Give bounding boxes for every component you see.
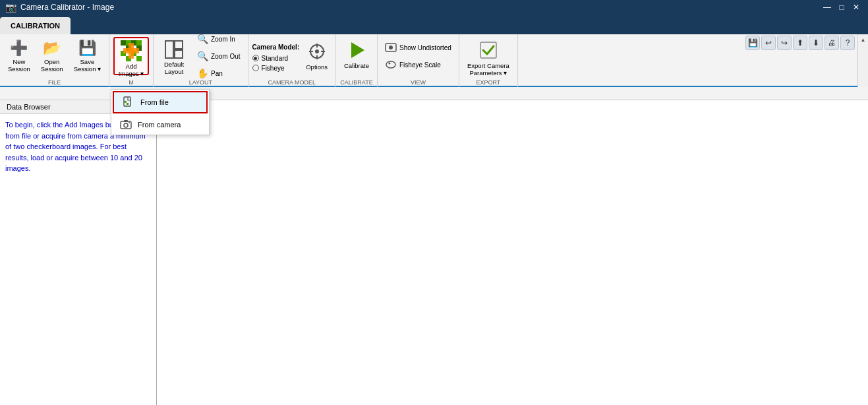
ribbon: 💾 ↩ ↪ ⬆ ⬇ 🖨 ? ➕ NewSession 📂 OpenSession… xyxy=(0,34,868,87)
calibrate-group-label: CALIBRATE xyxy=(340,79,372,86)
standard-label: Standard xyxy=(262,55,289,62)
save-session-icon: 💾 xyxy=(76,40,98,57)
svg-point-38 xyxy=(124,123,128,127)
standard-option[interactable]: Standard xyxy=(252,55,300,62)
app-icon: 📷 xyxy=(5,2,16,13)
export-group-label: EXPORT xyxy=(476,79,500,86)
svg-point-22 xyxy=(315,49,319,53)
svg-point-40 xyxy=(129,122,130,123)
add-images-button[interactable]: AddImages ▾ xyxy=(113,37,149,75)
fisheye-radio[interactable] xyxy=(252,65,259,71)
zoom-out-button[interactable]: 🔍 Zoom Out xyxy=(193,48,243,64)
qa-help[interactable]: ? xyxy=(840,36,855,50)
new-session-icon: ➕ xyxy=(9,40,30,57)
svg-point-30 xyxy=(389,63,391,65)
export-camera-params-icon xyxy=(478,40,499,61)
fisheye-option[interactable]: Fisheye xyxy=(252,65,300,72)
maximize-button[interactable]: □ xyxy=(835,1,848,14)
default-layout-button[interactable]: DefaultLayout xyxy=(158,37,190,75)
options-button[interactable]: Options xyxy=(302,38,332,77)
svg-rect-36 xyxy=(127,103,129,105)
pan-icon: ✋ xyxy=(196,67,208,79)
export-camera-params-button[interactable]: Export CameraParameters ▾ xyxy=(463,37,513,75)
camera-model-options: Camera Model: Standard Fisheye xyxy=(252,38,300,77)
main-area: Data Browser To begin, click the Add Ima… xyxy=(0,100,868,405)
dropdown-menu: From file From camera xyxy=(111,89,210,135)
fisheye-scale-button[interactable]: Fisheye Scale xyxy=(382,57,455,73)
fisheye-scale-icon xyxy=(385,59,397,71)
zoom-in-button[interactable]: 🔍 Zoom In xyxy=(193,31,243,47)
minimize-button[interactable]: — xyxy=(821,1,834,14)
image-group-label: M xyxy=(129,79,134,86)
tabbar: CALIBRATION xyxy=(0,15,868,34)
fisheye-scale-label: Fisheye Scale xyxy=(399,61,441,69)
left-panel: Data Browser To begin, click the Add Ima… xyxy=(0,100,157,405)
calibration-tab[interactable]: CALIBRATION xyxy=(0,17,71,34)
qa-undo[interactable]: ↩ xyxy=(761,36,776,50)
app-title: Camera Calibrator - Image xyxy=(20,3,114,12)
svg-rect-34 xyxy=(127,101,129,103)
qa-print[interactable]: 🖨 xyxy=(825,36,839,50)
add-images-icon xyxy=(121,40,142,61)
qa-save[interactable]: 💾 xyxy=(745,36,760,50)
titlebar-left: 📷 Camera Calibrator - Image xyxy=(5,2,114,13)
new-session-button[interactable]: ➕ NewSession xyxy=(4,37,34,75)
calibrate-button[interactable]: Calibrate xyxy=(340,37,373,75)
export-camera-params-label: Export CameraParameters ▾ xyxy=(467,62,509,77)
qa-up[interactable]: ⬆ xyxy=(793,36,807,50)
svg-rect-19 xyxy=(175,41,183,49)
standard-radio[interactable] xyxy=(252,55,259,61)
svg-rect-12 xyxy=(121,56,126,61)
calibrate-icon xyxy=(346,40,367,61)
ribbon-group-view: Show Undistorted Fisheye Scale VIEW xyxy=(378,34,459,87)
add-images-label: AddImages ▾ xyxy=(119,63,144,78)
svg-point-29 xyxy=(386,61,395,68)
ribbon-group-file: ➕ NewSession 📂 OpenSession 💾 SaveSession… xyxy=(0,34,109,87)
zoom-in-label: Zoom In xyxy=(211,36,235,43)
svg-rect-3 xyxy=(136,40,142,46)
fisheye-label: Fisheye xyxy=(262,65,285,72)
ribbon-group-calibrate: Calibrate CALIBRATE xyxy=(336,34,378,87)
svg-rect-35 xyxy=(125,103,127,105)
file-group-label: FILE xyxy=(48,79,61,86)
open-session-button[interactable]: 📂 OpenSession xyxy=(37,37,67,75)
image-canvas xyxy=(157,113,868,405)
show-undistorted-label: Show Undistorted xyxy=(399,44,451,51)
ribbon-group-camera-model: Camera Model: Standard Fisheye xyxy=(248,34,336,87)
from-camera-label: From camera xyxy=(138,121,181,129)
show-undistorted-button[interactable]: Show Undistorted xyxy=(382,40,455,55)
svg-rect-15 xyxy=(136,56,142,61)
options-icon xyxy=(306,41,328,62)
camera-model-title: Camera Model: xyxy=(252,44,300,51)
default-layout-label: DefaultLayout xyxy=(164,61,184,76)
layout-group-label: LAYOUT xyxy=(189,79,212,86)
from-camera-item[interactable]: From camera xyxy=(111,115,209,135)
svg-rect-39 xyxy=(124,120,128,122)
show-undistorted-icon xyxy=(385,42,397,53)
zoom-pan-group: 🔍 Zoom In 🔍 Zoom Out ✋ Pan xyxy=(193,37,243,75)
qa-redo[interactable]: ↪ xyxy=(777,36,792,50)
from-file-item[interactable]: From file xyxy=(114,92,206,112)
titlebar: 📷 Camera Calibrator - Image — □ ✕ xyxy=(0,0,868,15)
close-button[interactable]: ✕ xyxy=(850,1,863,14)
svg-rect-18 xyxy=(165,41,173,58)
qa-down[interactable]: ⬇ xyxy=(809,36,823,50)
ribbon-group-image: AddImages ▾ M xyxy=(109,34,154,87)
zoom-out-label: Zoom Out xyxy=(211,53,240,60)
pan-label: Pan xyxy=(211,70,223,77)
calibrate-label: Calibrate xyxy=(344,62,369,69)
ribbon-group-layout: DefaultLayout 🔍 Zoom In 🔍 Zoom Out ✋ Pan xyxy=(154,34,248,87)
svg-rect-17 xyxy=(123,48,139,53)
camera-model-group-label: CAMERA MODEL xyxy=(268,79,316,86)
save-session-button[interactable]: 💾 SaveSession ▾ xyxy=(70,37,105,75)
zoom-in-icon: 🔍 xyxy=(196,33,208,45)
zoom-out-icon: 🔍 xyxy=(196,50,208,62)
svg-point-28 xyxy=(389,46,393,49)
from-camera-icon xyxy=(119,118,132,131)
save-session-label: SaveSession ▾ xyxy=(74,58,101,73)
titlebar-controls: — □ ✕ xyxy=(821,1,863,14)
view-group-label: VIEW xyxy=(411,79,426,86)
new-session-label: NewSession xyxy=(8,58,30,73)
quick-access-toolbar: 💾 ↩ ↪ ⬆ ⬇ 🖨 ? xyxy=(745,34,868,50)
from-file-icon xyxy=(122,96,135,109)
